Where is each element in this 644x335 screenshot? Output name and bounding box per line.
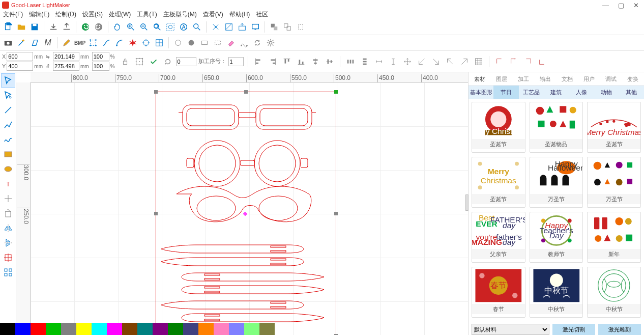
bmp-button[interactable]: BMP [74,37,86,49]
zoom-sel-button[interactable] [164,21,177,33]
asset-item[interactable]: HappyTeacher'sDay教师节 [530,212,583,263]
color-swatch[interactable] [76,323,92,335]
align-hcenter-button[interactable] [309,55,321,68]
asset-item[interactable]: MerryChristmas圣诞节 [472,157,525,208]
move-button[interactable] [401,55,414,68]
corner-bl-button[interactable] [444,55,456,68]
sel-handle-tc[interactable] [244,90,248,94]
color-swatch[interactable] [0,323,15,335]
gear-button[interactable] [265,37,277,49]
color-swatch[interactable] [259,323,275,335]
color-swatch[interactable] [168,323,183,335]
menu-settings[interactable]: 设置(S) [82,10,103,19]
undo-button[interactable] [79,21,92,33]
snap-grid-button[interactable] [223,21,235,33]
origin-tl-button[interactable] [493,55,506,68]
tab-document[interactable]: 文档 [557,72,578,85]
pan-button[interactable] [111,21,124,33]
eraser-button[interactable] [225,37,237,49]
tab-assets[interactable]: 素材 [469,72,490,85]
open-button[interactable] [15,21,27,33]
select-tool[interactable] [1,73,15,88]
asset-item[interactable]: HappyHalloween万圣节 [530,157,583,208]
color-swatch[interactable] [229,323,244,335]
cat-holiday[interactable]: 节日 [493,86,518,99]
skew-button[interactable] [28,37,41,49]
same-w-button[interactable] [373,55,385,68]
node-button[interactable] [238,37,250,49]
cat-arch[interactable]: 建筑 [544,86,569,99]
color-swatch[interactable] [198,323,214,335]
mirror-v-tool[interactable] [1,236,15,250]
panel-splitter[interactable] [465,194,469,211]
refresh-button[interactable] [251,37,264,49]
ellipse-tool[interactable] [1,162,15,176]
c2-button[interactable] [185,37,197,49]
zoom-obj-button[interactable]: A [178,21,190,33]
scale1-input[interactable] [92,52,109,61]
maximize-button[interactable]: ▢ [618,2,624,9]
align-vcenter-button[interactable] [324,55,336,68]
apply-button[interactable] [148,55,160,68]
text-tool[interactable]: T [1,177,15,191]
snap-button[interactable] [210,21,222,33]
tab-transform[interactable]: 变换 [622,72,644,85]
camera-button[interactable] [2,37,14,49]
display-button[interactable] [249,21,261,33]
menu-file[interactable]: 文件(F) [3,10,23,19]
group3-button[interactable] [295,21,307,33]
asset-item[interactable]: 新年 [587,212,641,263]
new-button[interactable] [2,21,14,33]
ggrid-button[interactable] [473,55,485,68]
center-origin-tool[interactable] [1,250,15,265]
align-right-button[interactable] [267,55,279,68]
curve-button[interactable] [100,37,112,49]
asset-item[interactable]: 圣诞物品 [530,102,583,153]
asset-item[interactable]: Merry Christmas圣诞节 [587,102,641,153]
asset-item[interactable]: BestEVERFATHER'Sdayyou'reMAZINGfather'sd… [472,212,525,263]
line-tool[interactable] [1,103,15,117]
group2-button[interactable] [281,21,294,33]
color-swatch[interactable] [214,323,229,335]
scale2-input[interactable] [92,62,109,71]
export-button[interactable] [61,21,73,33]
color-swatch[interactable] [92,323,107,335]
origin-bl-button[interactable] [536,55,548,68]
tab-process[interactable]: 加工 [512,72,534,85]
align-left-button[interactable] [252,55,265,68]
menu-tools[interactable]: 工具(T) [137,10,157,19]
menu-help[interactable]: 帮助(H) [229,10,250,19]
r1-button[interactable] [198,37,211,49]
delete-tool[interactable] [1,206,15,220]
color-swatch[interactable] [244,323,259,335]
corner-tl-button[interactable] [416,55,428,68]
canvas-area[interactable]: 800.0 750.0 700.0 650.0 600.0 550.0 500.… [16,72,468,335]
same-h-button[interactable] [387,55,399,68]
arc-button[interactable] [113,37,126,49]
lock-aspect-button[interactable] [119,55,131,68]
asset-item[interactable]: 万圣节 [587,157,641,208]
mirror-h-tool[interactable] [1,221,15,235]
menu-board[interactable]: 主板型号(M) [163,10,197,19]
sel-handle-mr[interactable] [334,212,338,215]
anchor-button[interactable] [133,55,145,68]
zoom-fit-button[interactable] [151,21,163,33]
zoom-in-button[interactable] [125,21,137,33]
dist-h-button[interactable] [344,55,357,68]
w-input[interactable] [53,52,79,61]
asset-item[interactable]: 中秋节 [587,267,641,318]
h-input[interactable] [53,62,79,71]
center-tool[interactable] [1,191,15,206]
import-button[interactable] [47,21,60,33]
node-select-tool[interactable] [1,88,15,102]
align-bottom-button[interactable] [295,55,307,68]
corner-tr-button[interactable] [430,55,442,68]
close-button[interactable]: ✕ [633,2,639,9]
color-swatch[interactable] [61,323,76,335]
color-swatch[interactable] [183,323,198,335]
menu-edit[interactable]: 编辑(E) [29,10,49,19]
proc-no-input[interactable] [228,57,244,66]
rotate-button[interactable] [162,55,174,68]
color-swatch[interactable] [137,323,153,335]
color-swatch[interactable] [153,323,168,335]
